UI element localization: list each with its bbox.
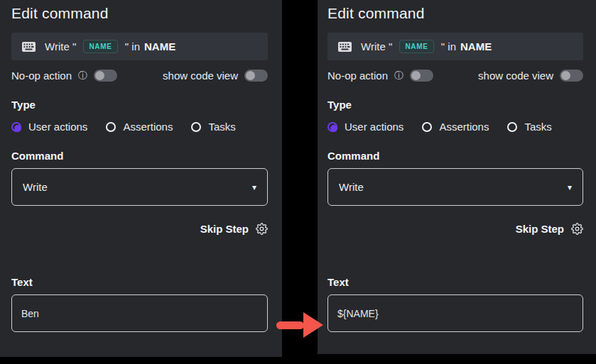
noop-toggle[interactable] bbox=[410, 70, 433, 82]
arrow-tail bbox=[276, 321, 304, 329]
skip-step-row: Skip Step bbox=[327, 221, 583, 236]
text-input[interactable] bbox=[327, 294, 583, 332]
info-icon: ⓘ bbox=[78, 71, 87, 80]
arrow-head bbox=[303, 312, 323, 338]
noop-group: No-op action ⓘ bbox=[11, 70, 117, 82]
edit-command-panel-after: Edit command Write " NAME " in NAME No-o… bbox=[318, 0, 596, 354]
command-label: Command bbox=[11, 150, 268, 162]
toggles-row: No-op action ⓘ show code view bbox=[327, 70, 583, 82]
code-view-label: show code view bbox=[163, 70, 238, 82]
radio-tasks[interactable]: Tasks bbox=[507, 121, 551, 133]
preview-mid: " in bbox=[438, 40, 456, 53]
toggles-row: No-op action ⓘ show code view bbox=[11, 70, 268, 82]
type-label: Type bbox=[327, 99, 583, 111]
edit-command-panel-before: Edit command Write " NAME " in NAME No-o… bbox=[0, 0, 282, 357]
command-preview: Write " NAME " in NAME bbox=[11, 33, 268, 60]
preview-prefix: Write " bbox=[361, 40, 395, 53]
radio-label: Assertions bbox=[123, 121, 173, 133]
radio-unselected-icon[interactable] bbox=[422, 122, 432, 132]
command-selected-value: Write bbox=[339, 181, 364, 193]
transform-arrow-icon bbox=[276, 312, 323, 338]
type-radio-group: User actions Assertions Tasks bbox=[11, 121, 268, 133]
radio-label: User actions bbox=[28, 121, 87, 133]
preview-target: NAME bbox=[144, 40, 175, 53]
keyboard-icon bbox=[22, 42, 36, 52]
radio-assertions[interactable]: Assertions bbox=[106, 121, 173, 133]
info-icon: ⓘ bbox=[394, 71, 403, 80]
radio-assertions[interactable]: Assertions bbox=[422, 121, 489, 133]
command-selected-value: Write bbox=[23, 181, 48, 193]
page-title: Edit command bbox=[11, 5, 268, 22]
command-select[interactable]: Write ▾ bbox=[327, 168, 583, 206]
text-input[interactable] bbox=[11, 294, 268, 332]
command-label: Command bbox=[327, 150, 583, 162]
keyboard-icon bbox=[338, 42, 352, 52]
radio-unselected-icon[interactable] bbox=[106, 122, 116, 132]
code-view-toggle[interactable] bbox=[560, 70, 583, 82]
radio-tasks[interactable]: Tasks bbox=[191, 121, 235, 133]
radio-unselected-icon[interactable] bbox=[191, 122, 201, 132]
noop-group: No-op action ⓘ bbox=[327, 70, 433, 82]
text-label: Text bbox=[11, 276, 268, 288]
gear-icon[interactable] bbox=[256, 223, 268, 235]
skip-step-label[interactable]: Skip Step bbox=[200, 223, 249, 235]
chevron-down-icon: ▾ bbox=[568, 182, 572, 192]
noop-toggle[interactable] bbox=[94, 70, 117, 82]
noop-label: No-op action bbox=[327, 70, 388, 82]
preview-target: NAME bbox=[460, 40, 492, 53]
code-view-label: show code view bbox=[478, 70, 553, 82]
preview-mid: " in bbox=[122, 40, 140, 53]
page-title: Edit command bbox=[327, 5, 583, 22]
variable-badge: NAME bbox=[399, 40, 433, 53]
type-label: Type bbox=[11, 99, 268, 111]
skip-step-label[interactable]: Skip Step bbox=[516, 223, 564, 235]
chevron-down-icon: ▾ bbox=[252, 182, 256, 192]
radio-selected-icon[interactable] bbox=[327, 122, 337, 132]
preview-prefix: Write " bbox=[45, 40, 79, 53]
command-preview-text: Write " NAME " in NAME bbox=[361, 40, 492, 53]
radio-label: User actions bbox=[345, 121, 403, 133]
variable-badge: NAME bbox=[83, 40, 117, 53]
noop-label: No-op action bbox=[11, 70, 72, 82]
skip-step-row: Skip Step bbox=[11, 221, 268, 236]
gear-icon[interactable] bbox=[571, 223, 583, 235]
command-preview-text: Write " NAME " in NAME bbox=[45, 40, 175, 53]
code-view-group: show code view bbox=[478, 70, 583, 82]
radio-selected-icon[interactable] bbox=[11, 122, 21, 132]
radio-user-actions[interactable]: User actions bbox=[327, 121, 403, 133]
code-view-toggle[interactable] bbox=[244, 70, 268, 82]
radio-user-actions[interactable]: User actions bbox=[11, 121, 87, 133]
radio-label: Tasks bbox=[524, 121, 551, 133]
code-view-group: show code view bbox=[163, 70, 268, 82]
radio-label: Tasks bbox=[208, 121, 235, 133]
command-preview: Write " NAME " in NAME bbox=[327, 33, 583, 60]
command-select[interactable]: Write ▾ bbox=[11, 168, 268, 206]
radio-label: Assertions bbox=[439, 121, 489, 133]
radio-unselected-icon[interactable] bbox=[507, 122, 517, 132]
text-label: Text bbox=[327, 276, 583, 288]
type-radio-group: User actions Assertions Tasks bbox=[327, 121, 583, 133]
